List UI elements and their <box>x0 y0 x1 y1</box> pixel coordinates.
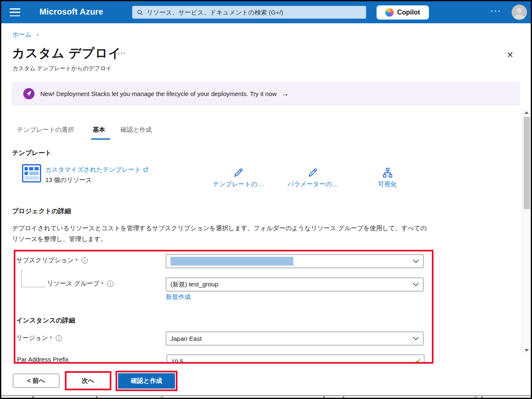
title-more-button[interactable]: ··· <box>118 49 126 57</box>
page-title: カスタム デプロイ <box>12 45 121 62</box>
rocket-icon <box>23 88 34 99</box>
copilot-icon <box>385 8 394 17</box>
tree-connector <box>21 269 22 287</box>
customized-template-link[interactable]: カスタマイズされたテンプレート <box>45 166 148 174</box>
edit-template-action[interactable]: テンプレートの… <box>211 167 265 188</box>
chevron-down-icon <box>413 337 419 340</box>
subscription-dropdown[interactable] <box>166 254 424 268</box>
azure-portal-window: Microsoft Azure Copilot ··· ホーム › カスタム デ… <box>0 0 532 399</box>
deployment-stacks-banner: New! Deployment Stacks let you manage th… <box>12 82 520 106</box>
vertical-scrollbar[interactable] <box>522 108 530 355</box>
template-heading: テンプレート <box>12 149 52 158</box>
visualize-icon <box>382 167 393 178</box>
scroll-up-icon[interactable] <box>525 111 529 114</box>
next-button[interactable]: 次へ <box>65 371 111 390</box>
resource-group-dropdown[interactable]: (新規) test_group <box>166 278 424 291</box>
project-description: デプロイされているリソースとコストを管理するサブスクリプションを選択します。フォ… <box>12 223 428 244</box>
tab-basics[interactable]: 基本 <box>93 126 105 134</box>
pencil-icon <box>307 167 318 178</box>
region-label: リージョン * <box>16 334 62 342</box>
address-prefix-row: Par Address Prefix 10.5 <box>15 354 433 363</box>
banner-link[interactable]: New! Deployment Stacks let you manage th… <box>40 90 277 97</box>
hamburger-menu-icon[interactable] <box>10 8 20 16</box>
review-create-button[interactable]: 確認と作成 <box>118 373 175 389</box>
arrow-right-icon: → <box>282 90 289 98</box>
valid-check-icon <box>416 358 421 363</box>
breadcrumb-home-link[interactable]: ホーム <box>12 31 32 38</box>
tab-select-template[interactable]: テンプレートの選択 <box>17 126 74 134</box>
instance-details-heading: インスタンスの詳細 <box>16 316 75 325</box>
redacted-subscription-value <box>170 257 293 266</box>
copilot-button[interactable]: Copilot <box>377 5 429 20</box>
previous-button[interactable]: < 前へ <box>13 374 59 388</box>
subscription-label: サブスクリプション * <box>16 256 88 264</box>
address-prefix-label: Par Address Prefix <box>17 356 69 363</box>
active-tab-underline <box>91 138 110 140</box>
azure-brand[interactable]: Microsoft Azure <box>39 7 103 17</box>
external-link-icon <box>143 167 148 172</box>
required-mark: * <box>75 257 78 264</box>
required-mark: * <box>49 335 52 342</box>
global-search[interactable] <box>132 6 366 19</box>
tab-review-create[interactable]: 確認と作成 <box>121 126 152 134</box>
scroll-down-icon[interactable] <box>525 349 529 352</box>
scrollbar-thumb[interactable] <box>524 117 530 209</box>
taskbar-sliver <box>1 396 531 398</box>
address-prefix-input[interactable]: 10.5 <box>167 355 424 363</box>
annotation-box-review: 確認と作成 <box>116 371 177 391</box>
breadcrumb-separator: › <box>37 31 39 38</box>
topbar-more-button[interactable]: ··· <box>491 7 502 15</box>
region-dropdown[interactable]: Japan East <box>166 332 424 345</box>
breadcrumb: ホーム › <box>12 31 39 39</box>
resource-group-label: リソース グループ * <box>47 280 113 288</box>
pencil-icon <box>233 167 244 178</box>
avatar[interactable] <box>512 5 527 20</box>
chevron-down-icon <box>413 259 419 263</box>
template-icon <box>22 164 41 184</box>
top-bar: Microsoft Azure Copilot ··· <box>1 1 531 23</box>
chevron-down-icon <box>413 283 419 286</box>
info-icon[interactable] <box>56 335 62 341</box>
required-mark: * <box>101 280 103 287</box>
project-details-heading: プロジェクトの詳細 <box>12 207 71 216</box>
create-new-link[interactable]: 新規作成 <box>166 293 191 301</box>
search-icon <box>137 9 143 16</box>
close-icon[interactable]: ✕ <box>507 50 514 60</box>
page-subtitle: カスタム テンプレートからのデプロイ <box>12 65 111 72</box>
visualize-action[interactable]: 可視化 <box>372 167 402 188</box>
edit-parameters-action[interactable]: パラメーターの… <box>285 167 341 188</box>
resource-count: 13 個のリソース <box>45 176 92 184</box>
info-icon[interactable] <box>107 281 113 287</box>
info-icon[interactable] <box>81 257 88 264</box>
tree-connector <box>21 287 45 287</box>
person-icon <box>512 5 527 20</box>
search-input[interactable] <box>147 9 362 16</box>
copilot-label: Copilot <box>397 9 420 16</box>
